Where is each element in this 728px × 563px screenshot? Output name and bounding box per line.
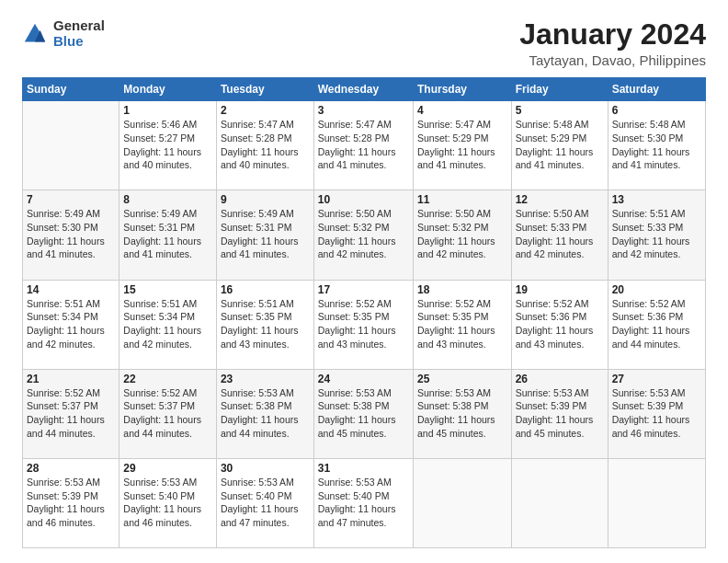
day-number: 18 [417, 283, 507, 296]
day-header-wednesday: Wednesday [313, 78, 413, 101]
day-info: Sunrise: 5:51 AM Sunset: 5:35 PM Dayligh… [221, 297, 310, 351]
day-info: Sunrise: 5:53 AM Sunset: 5:38 PM Dayligh… [318, 386, 409, 441]
day-number: 30 [221, 462, 310, 475]
logo-blue: Blue [53, 34, 105, 50]
day-number: 17 [318, 283, 409, 296]
day-header-saturday: Saturday [608, 78, 705, 101]
day-info: Sunrise: 5:53 AM Sunset: 5:38 PM Dayligh… [417, 386, 507, 441]
day-number: 20 [612, 283, 701, 296]
day-info: Sunrise: 5:53 AM Sunset: 5:40 PM Dayligh… [123, 476, 212, 530]
calendar-week-0: 1Sunrise: 5:46 AM Sunset: 5:27 PM Daylig… [23, 101, 706, 190]
location: Taytayan, Davao, Philippines [519, 52, 706, 68]
day-info: Sunrise: 5:49 AM Sunset: 5:31 PM Dayligh… [221, 207, 310, 261]
calendar-cell: 17Sunrise: 5:52 AM Sunset: 5:35 PM Dayli… [313, 280, 413, 369]
logo: General Blue [22, 18, 105, 49]
calendar-cell: 11Sunrise: 5:50 AM Sunset: 5:32 PM Dayli… [413, 190, 511, 280]
day-info: Sunrise: 5:51 AM Sunset: 5:34 PM Dayligh… [123, 297, 212, 351]
day-info: Sunrise: 5:47 AM Sunset: 5:28 PM Dayligh… [221, 118, 310, 172]
calendar-cell: 19Sunrise: 5:52 AM Sunset: 5:36 PM Dayli… [511, 280, 608, 369]
day-number: 22 [123, 373, 212, 385]
day-number: 16 [221, 283, 310, 296]
day-number: 26 [516, 373, 604, 385]
day-info: Sunrise: 5:51 AM Sunset: 5:34 PM Dayligh… [27, 297, 115, 351]
day-number: 10 [318, 193, 409, 206]
day-number: 29 [123, 462, 212, 475]
day-header-thursday: Thursday [413, 78, 511, 101]
day-number: 24 [318, 373, 409, 385]
calendar-cell: 5Sunrise: 5:48 AM Sunset: 5:29 PM Daylig… [511, 101, 608, 190]
day-header-friday: Friday [511, 78, 608, 101]
day-number: 15 [123, 283, 212, 296]
calendar-cell: 22Sunrise: 5:52 AM Sunset: 5:37 PM Dayli… [119, 369, 217, 458]
calendar-cell: 12Sunrise: 5:50 AM Sunset: 5:33 PM Dayli… [511, 190, 608, 280]
day-info: Sunrise: 5:52 AM Sunset: 5:37 PM Dayligh… [27, 386, 115, 441]
day-info: Sunrise: 5:53 AM Sunset: 5:40 PM Dayligh… [318, 476, 409, 530]
day-info: Sunrise: 5:52 AM Sunset: 5:37 PM Dayligh… [123, 386, 212, 441]
day-number: 28 [27, 462, 115, 475]
day-info: Sunrise: 5:50 AM Sunset: 5:32 PM Dayligh… [417, 207, 507, 261]
calendar-cell: 16Sunrise: 5:51 AM Sunset: 5:35 PM Dayli… [216, 280, 313, 369]
calendar-week-3: 21Sunrise: 5:52 AM Sunset: 5:37 PM Dayli… [23, 369, 706, 458]
day-number: 4 [417, 104, 507, 117]
calendar-cell: 18Sunrise: 5:52 AM Sunset: 5:35 PM Dayli… [413, 280, 511, 369]
header: General Blue January 2024 Taytayan, Dava… [22, 18, 706, 68]
day-info: Sunrise: 5:50 AM Sunset: 5:32 PM Dayligh… [318, 207, 409, 261]
calendar-week-4: 28Sunrise: 5:53 AM Sunset: 5:39 PM Dayli… [23, 458, 706, 547]
day-number: 13 [612, 193, 701, 206]
logo-text: General Blue [53, 18, 105, 49]
day-number: 9 [221, 193, 310, 206]
calendar-cell: 15Sunrise: 5:51 AM Sunset: 5:34 PM Dayli… [119, 280, 217, 369]
calendar-header-row: SundayMondayTuesdayWednesdayThursdayFrid… [23, 78, 706, 101]
day-info: Sunrise: 5:49 AM Sunset: 5:30 PM Dayligh… [27, 207, 115, 261]
day-number: 1 [123, 104, 212, 117]
calendar-cell: 1Sunrise: 5:46 AM Sunset: 5:27 PM Daylig… [119, 101, 217, 190]
day-info: Sunrise: 5:48 AM Sunset: 5:30 PM Dayligh… [612, 118, 701, 172]
calendar-body: 1Sunrise: 5:46 AM Sunset: 5:27 PM Daylig… [23, 101, 706, 548]
day-info: Sunrise: 5:53 AM Sunset: 5:40 PM Dayligh… [221, 476, 310, 530]
calendar-cell: 29Sunrise: 5:53 AM Sunset: 5:40 PM Dayli… [119, 458, 217, 547]
day-number: 19 [516, 283, 604, 296]
day-info: Sunrise: 5:51 AM Sunset: 5:33 PM Dayligh… [612, 207, 701, 261]
calendar-week-2: 14Sunrise: 5:51 AM Sunset: 5:34 PM Dayli… [23, 280, 706, 369]
day-header-monday: Monday [119, 78, 217, 101]
calendar-cell: 4Sunrise: 5:47 AM Sunset: 5:29 PM Daylig… [413, 101, 511, 190]
day-number: 7 [27, 193, 115, 206]
calendar-cell: 8Sunrise: 5:49 AM Sunset: 5:31 PM Daylig… [119, 190, 217, 280]
calendar-cell: 3Sunrise: 5:47 AM Sunset: 5:28 PM Daylig… [313, 101, 413, 190]
day-number: 11 [417, 193, 507, 206]
day-number: 14 [27, 283, 115, 296]
page: General Blue January 2024 Taytayan, Dava… [0, 0, 728, 563]
calendar-week-1: 7Sunrise: 5:49 AM Sunset: 5:30 PM Daylig… [23, 190, 706, 280]
month-title: January 2024 [519, 18, 706, 51]
calendar-cell: 28Sunrise: 5:53 AM Sunset: 5:39 PM Dayli… [23, 458, 119, 547]
day-info: Sunrise: 5:53 AM Sunset: 5:39 PM Dayligh… [27, 476, 115, 530]
day-number: 5 [516, 104, 604, 117]
day-info: Sunrise: 5:52 AM Sunset: 5:36 PM Dayligh… [516, 297, 604, 351]
day-info: Sunrise: 5:50 AM Sunset: 5:33 PM Dayligh… [516, 207, 604, 261]
day-number: 21 [27, 373, 115, 385]
calendar-cell: 31Sunrise: 5:53 AM Sunset: 5:40 PM Dayli… [313, 458, 413, 547]
calendar-cell: 7Sunrise: 5:49 AM Sunset: 5:30 PM Daylig… [23, 190, 119, 280]
title-block: January 2024 Taytayan, Davao, Philippine… [519, 18, 706, 68]
day-header-tuesday: Tuesday [216, 78, 313, 101]
day-info: Sunrise: 5:52 AM Sunset: 5:35 PM Dayligh… [417, 297, 507, 351]
day-header-sunday: Sunday [23, 78, 119, 101]
day-info: Sunrise: 5:53 AM Sunset: 5:39 PM Dayligh… [516, 386, 604, 441]
day-number: 31 [318, 462, 409, 475]
day-number: 8 [123, 193, 212, 206]
calendar-table: SundayMondayTuesdayWednesdayThursdayFrid… [22, 77, 706, 548]
calendar-cell [413, 458, 511, 547]
calendar-cell [23, 101, 119, 190]
day-info: Sunrise: 5:53 AM Sunset: 5:38 PM Dayligh… [221, 386, 310, 441]
calendar-cell: 25Sunrise: 5:53 AM Sunset: 5:38 PM Dayli… [413, 369, 511, 458]
day-info: Sunrise: 5:52 AM Sunset: 5:35 PM Dayligh… [318, 297, 409, 351]
calendar-cell: 23Sunrise: 5:53 AM Sunset: 5:38 PM Dayli… [216, 369, 313, 458]
calendar-cell: 24Sunrise: 5:53 AM Sunset: 5:38 PM Dayli… [313, 369, 413, 458]
day-number: 3 [318, 104, 409, 117]
calendar-cell [511, 458, 608, 547]
calendar-cell: 9Sunrise: 5:49 AM Sunset: 5:31 PM Daylig… [216, 190, 313, 280]
day-number: 25 [417, 373, 507, 385]
calendar-cell: 6Sunrise: 5:48 AM Sunset: 5:30 PM Daylig… [608, 101, 705, 190]
day-number: 12 [516, 193, 604, 206]
calendar-cell: 20Sunrise: 5:52 AM Sunset: 5:36 PM Dayli… [608, 280, 705, 369]
